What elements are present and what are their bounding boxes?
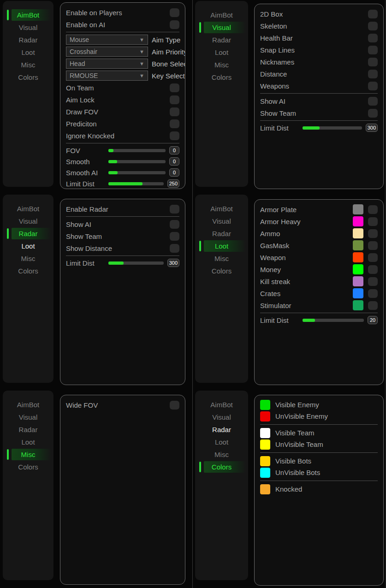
sidebar-item-visual[interactable]: Visual — [3, 411, 53, 423]
sidebar-item-aimbot[interactable]: AimBot — [195, 9, 248, 21]
sidebar-item-colors[interactable]: Colors — [195, 71, 248, 83]
smooth-ai-slider[interactable] — [108, 171, 166, 174]
checkbox[interactable] — [368, 205, 378, 214]
checkbox[interactable] — [368, 70, 378, 78]
checkbox[interactable] — [368, 265, 378, 274]
color-swatch[interactable] — [260, 411, 270, 422]
color-swatch[interactable] — [260, 468, 270, 478]
smooth-slider[interactable] — [108, 160, 166, 163]
color-swatch[interactable] — [353, 276, 363, 286]
sidebar-item-misc[interactable]: Misc — [3, 252, 53, 265]
checkbox[interactable] — [368, 229, 378, 238]
checkbox[interactable] — [368, 289, 378, 298]
sidebar-item-misc[interactable]: Misc — [3, 448, 53, 461]
sidebar-item-aimbot[interactable]: AimBot — [195, 398, 248, 411]
limit-dist-slider[interactable] — [303, 126, 362, 130]
sidebar-item-visual[interactable]: Visual — [195, 215, 248, 227]
sidebar-item-aimbot[interactable]: AimBot — [3, 9, 53, 21]
sidebar-item-misc[interactable]: Misc — [195, 59, 248, 71]
checkbox[interactable] — [170, 205, 179, 214]
checkbox[interactable] — [368, 301, 378, 310]
sidebar-item-radar[interactable]: Radar — [195, 34, 248, 46]
sidebar-item-radar[interactable]: Radar — [3, 227, 53, 240]
color-row: Visible Enemy — [260, 399, 378, 410]
checkbox[interactable] — [368, 253, 378, 262]
checkbox[interactable] — [368, 217, 378, 226]
color-swatch[interactable] — [260, 484, 270, 494]
color-swatch[interactable] — [353, 264, 363, 274]
checkbox[interactable] — [368, 277, 378, 286]
color-swatch[interactable] — [353, 240, 363, 250]
sidebar-item-colors[interactable]: Colors — [3, 461, 53, 473]
sidebar-item-loot[interactable]: Loot — [3, 436, 53, 448]
color-swatch[interactable] — [353, 228, 363, 238]
option-label: Health Bar — [260, 34, 368, 42]
sidebar-item-misc[interactable]: Misc — [195, 252, 248, 265]
checkbox[interactable] — [170, 232, 179, 241]
sidebar-item-visual[interactable]: Visual — [3, 215, 53, 227]
checkbox[interactable] — [368, 82, 378, 90]
checkbox[interactable] — [368, 109, 378, 118]
color-row: UnVisible Bots — [260, 467, 378, 478]
checkbox[interactable] — [368, 241, 378, 250]
color-label: Visible Bots — [275, 457, 311, 465]
sidebar-item-aimbot[interactable]: AimBot — [195, 202, 248, 215]
checkbox[interactable] — [170, 401, 179, 410]
sidebar-item-aimbot[interactable]: AimBot — [3, 202, 53, 215]
checkbox[interactable] — [368, 10, 378, 18]
checkbox[interactable] — [170, 8, 179, 17]
key-select-dropdown[interactable]: RMOUSE ▼ — [66, 71, 148, 81]
sidebar-item-loot[interactable]: Loot — [195, 436, 248, 448]
checkbox[interactable] — [170, 95, 179, 104]
bone-select-dropdown[interactable]: Head ▼ — [66, 59, 148, 69]
sidebar-item-visual[interactable]: Visual — [195, 21, 248, 34]
checkbox[interactable] — [170, 119, 179, 128]
aim-type-dropdown[interactable]: Mouse ▼ — [66, 35, 148, 45]
color-swatch[interactable] — [353, 288, 363, 298]
checkbox[interactable] — [170, 107, 179, 116]
color-swatch[interactable] — [353, 204, 363, 214]
checkbox[interactable] — [170, 220, 179, 229]
sidebar-item-visual[interactable]: Visual — [3, 21, 53, 34]
color-swatch[interactable] — [353, 252, 363, 262]
color-swatch[interactable] — [353, 300, 363, 310]
checkbox[interactable] — [368, 58, 378, 66]
sidebar-item-misc[interactable]: Misc — [195, 448, 248, 461]
sidebar-item-aimbot[interactable]: AimBot — [3, 398, 53, 411]
limit-dist-slider[interactable] — [108, 182, 164, 185]
color-swatch[interactable] — [260, 428, 270, 438]
sidebar-item-loot[interactable]: Loot — [195, 240, 248, 252]
sidebar-item-misc[interactable]: Misc — [3, 59, 53, 71]
checkbox[interactable] — [368, 46, 378, 54]
checkbox[interactable] — [170, 244, 179, 253]
color-swatch[interactable] — [353, 216, 363, 226]
color-swatch[interactable] — [260, 456, 270, 466]
checkbox[interactable] — [170, 20, 179, 29]
option-row: Draw FOV — [66, 106, 179, 118]
checkbox[interactable] — [368, 97, 378, 106]
sidebar-item-radar[interactable]: Radar — [3, 423, 53, 436]
slider-row: Limit Dist 300 — [260, 122, 378, 133]
sidebar-item-radar[interactable]: Radar — [3, 34, 53, 46]
checkbox[interactable] — [170, 83, 179, 92]
sidebar-item-colors[interactable]: Colors — [3, 265, 53, 277]
sidebar-item-label: Loot — [215, 48, 228, 56]
checkbox[interactable] — [368, 22, 378, 30]
sidebar-item-visual[interactable]: Visual — [195, 411, 248, 423]
fov-slider[interactable] — [108, 149, 166, 152]
sidebar-item-radar[interactable]: Radar — [195, 227, 248, 240]
sidebar-item-colors[interactable]: Colors — [3, 71, 53, 83]
sidebar-item-loot[interactable]: Loot — [3, 46, 53, 59]
sidebar-item-radar[interactable]: Radar — [195, 423, 248, 436]
checkbox[interactable] — [368, 34, 378, 42]
limit-dist-slider[interactable] — [108, 261, 164, 265]
color-swatch[interactable] — [260, 400, 270, 410]
aim-priority-dropdown[interactable]: Crosshair ▼ — [66, 47, 148, 57]
sidebar-item-colors[interactable]: Colors — [195, 461, 248, 473]
sidebar-item-colors[interactable]: Colors — [195, 265, 248, 277]
sidebar-item-loot[interactable]: Loot — [195, 46, 248, 59]
sidebar-item-loot[interactable]: Loot — [3, 240, 53, 252]
color-swatch[interactable] — [260, 440, 270, 450]
limit-dist-slider[interactable] — [303, 319, 364, 322]
checkbox[interactable] — [170, 131, 179, 140]
